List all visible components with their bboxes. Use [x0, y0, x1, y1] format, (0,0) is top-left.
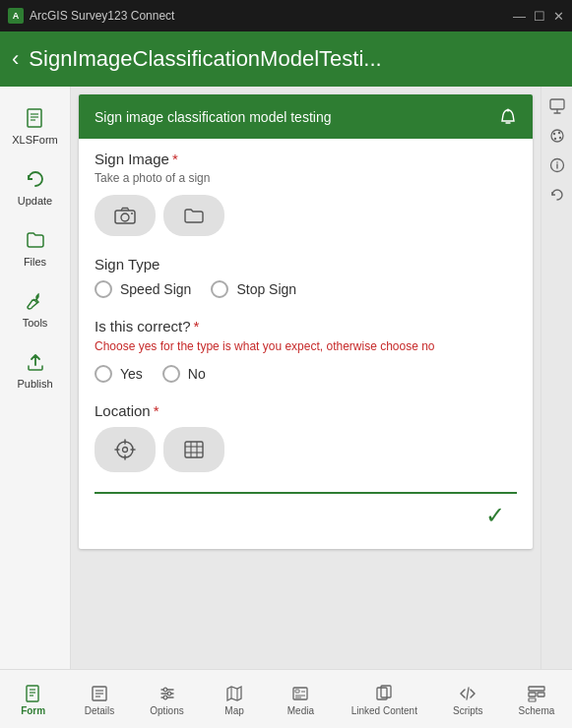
- checkmark-row: ✓: [95, 494, 517, 537]
- map-tab-label: Map: [224, 705, 243, 716]
- bottom-tabs: Form Details Options: [0, 669, 572, 728]
- svg-point-8: [121, 213, 129, 221]
- is-correct-section: Is this correct?* Choose yes for the typ…: [95, 318, 517, 383]
- svg-rect-16: [185, 442, 203, 457]
- sidebar-item-files[interactable]: Files: [2, 218, 69, 275]
- tab-scripts[interactable]: Scripts: [446, 679, 489, 720]
- linked-content-tab-label: Linked Content: [351, 705, 417, 716]
- tab-schema[interactable]: Schema: [513, 679, 561, 720]
- tab-details[interactable]: Details: [78, 679, 121, 720]
- stop-sign-label: Stop Sign: [236, 281, 296, 297]
- is-correct-required: *: [194, 318, 200, 334]
- title-bar-left: A ArcGIS Survey123 Connect: [8, 8, 174, 24]
- svg-line-51: [467, 688, 469, 699]
- svg-rect-28: [27, 686, 38, 701]
- checkmark-icon[interactable]: ✓: [485, 502, 505, 529]
- svg-rect-53: [529, 693, 536, 697]
- is-correct-hint: Choose yes for the type is what you expe…: [95, 338, 517, 355]
- speed-sign-option[interactable]: Speed Sign: [95, 280, 191, 298]
- right-panel: [540, 87, 572, 669]
- publish-icon: [25, 348, 46, 374]
- linked-content-tab-icon: [375, 683, 393, 703]
- svg-point-27: [556, 161, 558, 163]
- form-tab-icon: [25, 683, 42, 703]
- sidebar-item-publish[interactable]: Publish: [2, 340, 69, 397]
- svg-rect-55: [529, 698, 536, 701]
- sidebar-item-xlsform[interactable]: XLSForm: [2, 96, 69, 153]
- location-required: *: [154, 402, 159, 419]
- update-icon: [25, 165, 46, 191]
- maximize-button[interactable]: ☐: [534, 9, 545, 24]
- sign-image-section: Sign Image* Take a photo of a sign: [95, 151, 517, 236]
- gps-button[interactable]: [95, 427, 156, 472]
- palette-icon[interactable]: [549, 126, 565, 144]
- refresh-icon[interactable]: [549, 185, 565, 203]
- map-button[interactable]: [163, 427, 224, 472]
- image-buttons: [95, 195, 517, 236]
- minimize-button[interactable]: —: [513, 9, 526, 24]
- publish-label: Publish: [17, 378, 52, 390]
- location-label: Location*: [95, 402, 517, 419]
- speed-sign-radio[interactable]: [95, 280, 112, 298]
- window-controls[interactable]: — ☐ ✕: [513, 9, 564, 24]
- update-label: Update: [18, 195, 52, 207]
- content-area: Sign image classification model testing …: [71, 87, 540, 669]
- close-button[interactable]: ✕: [553, 9, 564, 24]
- yes-option[interactable]: Yes: [95, 365, 143, 383]
- map-tab-icon: [225, 683, 243, 703]
- svg-point-9: [131, 212, 133, 214]
- form-tab-label: Form: [21, 705, 45, 716]
- svg-point-23: [558, 137, 560, 139]
- tools-icon: [25, 287, 46, 313]
- details-tab-icon: [91, 683, 108, 703]
- sign-image-label: Sign Image*: [95, 151, 517, 167]
- svg-point-20: [551, 130, 563, 142]
- tab-options[interactable]: Options: [144, 679, 189, 720]
- sidebar-item-update[interactable]: Update: [2, 157, 69, 214]
- svg-point-21: [552, 133, 554, 135]
- app-header: ‹ SignImageClassificationModelTesti...: [0, 31, 572, 87]
- page-title: SignImageClassificationModelTesti...: [29, 46, 381, 72]
- svg-point-41: [163, 696, 167, 699]
- svg-point-6: [507, 109, 510, 112]
- sign-image-hint: Take a photo of a sign: [95, 171, 517, 185]
- svg-point-11: [123, 447, 128, 452]
- sidebar-item-tools[interactable]: Tools: [2, 279, 69, 336]
- yes-label: Yes: [120, 366, 143, 382]
- svg-point-40: [167, 692, 171, 696]
- tab-form[interactable]: Form: [12, 679, 55, 720]
- svg-point-22: [557, 132, 559, 134]
- no-radio[interactable]: [162, 365, 180, 383]
- back-button[interactable]: ‹: [12, 46, 19, 72]
- stop-sign-radio[interactable]: [211, 280, 228, 298]
- stop-sign-option[interactable]: Stop Sign: [211, 280, 296, 298]
- details-tab-label: Details: [85, 705, 115, 716]
- title-bar: A ArcGIS Survey123 Connect — ☐ ✕: [0, 0, 572, 31]
- correct-options: Yes No: [95, 365, 517, 383]
- camera-button[interactable]: [95, 195, 156, 236]
- schema-tab-icon: [528, 683, 545, 703]
- schema-tab-label: Schema: [519, 705, 555, 716]
- sign-type-section: Sign Type Speed Sign Stop Sign: [95, 256, 517, 298]
- folder-button[interactable]: [163, 195, 224, 236]
- yes-radio[interactable]: [95, 365, 112, 383]
- options-tab-icon: [159, 683, 176, 703]
- no-option[interactable]: No: [162, 365, 206, 383]
- info-icon[interactable]: [549, 155, 565, 173]
- tab-map[interactable]: Map: [213, 679, 256, 720]
- options-tab-label: Options: [150, 705, 183, 716]
- survey-header: Sign image classification model testing: [79, 94, 533, 139]
- app-icon: A: [8, 8, 24, 24]
- no-label: No: [188, 366, 206, 382]
- svg-point-39: [163, 688, 167, 692]
- svg-rect-0: [28, 109, 41, 127]
- monitor-icon[interactable]: [549, 96, 565, 114]
- tools-label: Tools: [23, 317, 48, 329]
- sign-image-required: *: [172, 151, 178, 167]
- svg-rect-54: [538, 693, 544, 697]
- tab-media[interactable]: Media: [279, 679, 322, 720]
- media-tab-label: Media: [287, 705, 314, 716]
- app-name: ArcGIS Survey123 Connect: [30, 9, 174, 23]
- media-tab-icon: [291, 683, 309, 703]
- tab-linked-content[interactable]: Linked Content: [346, 679, 423, 720]
